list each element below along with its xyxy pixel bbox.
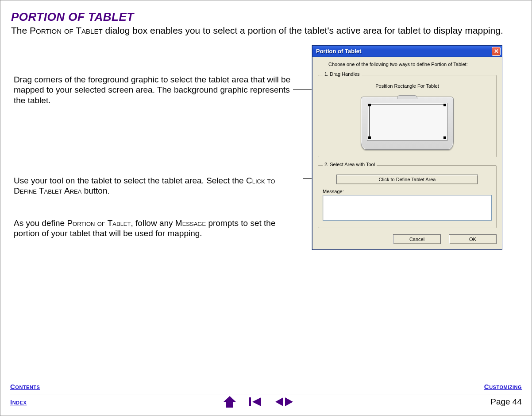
selection-rectangle[interactable] [369,105,445,138]
define-tablet-area-button[interactable]: Click to Define Tablet Area [336,175,478,184]
page-number: Page 44 [490,397,522,407]
callout-gap [14,204,294,218]
intro-smallcaps: Portion of Tablet [30,25,103,35]
tablet-graphic[interactable] [355,92,460,150]
callout-msg-1: As you define [14,218,67,228]
svg-marker-3 [275,397,283,406]
svg-marker-4 [285,397,293,406]
callout-drag-handles: Drag corners of the foreground graphic t… [14,74,294,105]
group-select-tool: 2. Select Area with Tool Click to Define… [318,165,497,228]
dialog-title: Portion of Tablet [316,48,361,54]
resize-handle-bl[interactable] [368,136,371,139]
prev-next-icon[interactable] [274,395,295,408]
close-icon: ✕ [494,48,499,54]
nav-icon-group [222,395,295,408]
dialog-instruction: Choose one of the following two ways to … [318,62,497,67]
footer-row-2: Index Page 44 [10,394,522,409]
group1-legend: 1. Drag Handles [323,71,362,77]
message-label: Message: [323,189,492,194]
dialog-wrap: Portion of Tablet ✕ Choose one of the fo… [294,45,521,246]
nav-index-link[interactable]: Index [10,398,27,406]
intro-text-2: dialog box enables you to select a porti… [103,25,503,35]
callout-msg-sc2: Message [175,218,206,228]
resize-handle-br[interactable] [443,136,446,139]
callout-gap [14,113,294,175]
resize-handle-tr[interactable] [443,104,446,106]
callout-column: Drag corners of the foreground graphic t… [11,45,294,246]
svg-marker-2 [252,397,261,406]
intro-text-1: The [11,25,30,35]
svg-rect-1 [249,397,251,406]
ok-button[interactable]: OK [449,234,497,244]
callout-select-tool: Use your tool on the tablet to select th… [14,175,294,196]
group1-caption: Position Rectangle For Tablet [323,83,492,89]
resize-handle-tl[interactable] [368,104,371,106]
group-drag-handles: 1. Drag Handles Position Rectangle For T… [318,75,497,157]
svg-marker-0 [223,396,236,408]
close-button[interactable]: ✕ [492,47,501,56]
nav-customizing-link[interactable]: Customizing [484,383,522,390]
content-row: Drag corners of the foreground graphic t… [11,45,521,246]
callout-message: As you define Portion of Tablet, follow … [14,218,294,238]
dialog-body: Choose one of the following two ways to … [312,57,502,249]
callout-msg-2: , follow any [131,218,175,228]
callout-msg-sc1: Portion of Tablet [67,218,131,228]
document-page: PORTION OF TABLET The Portion of Tablet … [0,0,532,416]
first-page-icon[interactable] [248,395,263,408]
dialog-titlebar[interactable]: Portion of Tablet ✕ [312,46,502,57]
message-textbox [323,195,492,221]
callout-tool-2: button. [81,186,109,195]
group2-legend: 2. Select Area with Tool [323,162,377,167]
dialog-button-row: Cancel OK [318,234,497,244]
footer-row-1: Contents Customizing [10,379,522,394]
message-area: Message: [323,189,492,221]
nav-contents-link[interactable]: Contents [10,383,40,390]
page-title: PORTION OF TABLET [11,10,521,24]
home-icon[interactable] [222,395,237,408]
portion-of-tablet-dialog: Portion of Tablet ✕ Choose one of the fo… [312,45,502,250]
callout-tool-1: Use your tool on the tablet to select th… [14,176,246,185]
footer-nav: Contents Customizing Index Page 44 [0,379,532,416]
cancel-button[interactable]: Cancel [393,234,441,244]
intro-paragraph: The Portion of Tablet dialog box enables… [11,25,521,36]
group1-inner: Position Rectangle For Tablet [323,83,492,150]
